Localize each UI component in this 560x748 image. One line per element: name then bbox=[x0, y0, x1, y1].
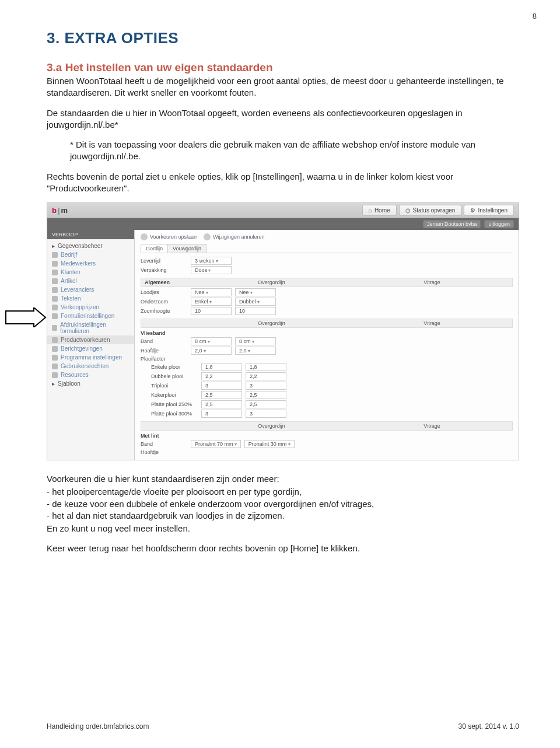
logo-sep: | bbox=[58, 206, 60, 215]
status-icon: ◷ bbox=[405, 207, 411, 214]
label-triplooi: Triplooi bbox=[151, 383, 198, 389]
sidebar-item-artikel[interactable]: Artikel bbox=[47, 277, 134, 285]
select-hoofdje-vit[interactable]: 2,0 bbox=[235, 347, 276, 355]
section-spacer-2 bbox=[141, 422, 191, 430]
paragraph-7: Keer weer terug naar het hoofdscherm doo… bbox=[47, 543, 519, 554]
sidebar-item-productvoorkeuren[interactable]: Productvoorkeuren bbox=[47, 335, 134, 344]
input-pl3-over[interactable]: 3 bbox=[201, 382, 242, 390]
input-pl4-vit[interactable]: 2,5 bbox=[246, 391, 286, 399]
input-pl4-over[interactable]: 2,5 bbox=[201, 391, 242, 399]
nav-home[interactable]: ⌂Home bbox=[362, 205, 397, 216]
label-zoomhoogte: Zoomhoogte bbox=[141, 308, 187, 314]
sidebar-label: Sjabloon bbox=[58, 380, 80, 387]
box-icon bbox=[52, 372, 58, 378]
sidebar-item-resources[interactable]: Resources bbox=[47, 370, 134, 379]
home-icon: ⌂ bbox=[369, 207, 372, 214]
col-overgordijn: Overgordijn bbox=[191, 278, 352, 286]
sidebar-item-leveranciers[interactable]: Leveranciers bbox=[47, 285, 134, 294]
bullet-3: - het al dan niet standaardgebruik van l… bbox=[47, 510, 519, 522]
label-enkele-plooi: Enkele plooi bbox=[151, 364, 198, 370]
nav-settings[interactable]: ⚙Instellingen bbox=[464, 205, 514, 216]
pref-icon bbox=[52, 337, 58, 343]
logout-button[interactable]: uitloggen bbox=[484, 220, 514, 228]
sidebar-item-formulierinstellingen[interactable]: Formulierinstellingen bbox=[47, 312, 134, 320]
text-icon bbox=[52, 296, 58, 302]
input-pl6-vit[interactable]: 3 bbox=[246, 410, 286, 418]
people-icon bbox=[52, 261, 58, 267]
person-icon bbox=[52, 270, 58, 275]
select-band2-over[interactable]: Pronalint 70 mm bbox=[191, 440, 241, 448]
sidebar-item-teksten[interactable]: Teksten bbox=[47, 294, 134, 303]
input-pl3-vit[interactable]: 3 bbox=[246, 382, 286, 390]
section-heading: 3. EXTRA OPTIES bbox=[47, 29, 519, 47]
select-verpakking[interactable]: Doos bbox=[191, 266, 232, 274]
tab-gordijn[interactable]: Gordijn bbox=[141, 244, 168, 253]
subgroup-metlint: Met lint bbox=[141, 433, 513, 439]
col-vitrage-2: Vitrage bbox=[352, 319, 512, 327]
paragraph-1: Binnen WoonTotaal heeft u de mogelijkhei… bbox=[47, 75, 519, 99]
sidebar-label: Teksten bbox=[61, 295, 80, 302]
label-loodjes: Loodjes bbox=[141, 289, 187, 295]
building-icon bbox=[52, 252, 58, 258]
sidebar-item-berichtgevingen[interactable]: Berichtgevingen bbox=[47, 344, 134, 353]
gear-icon: ⚙ bbox=[470, 207, 475, 214]
sidebar-item-medewerkers[interactable]: Medewerkers bbox=[47, 259, 134, 268]
select-loodjes-vit[interactable]: Nee bbox=[235, 288, 276, 296]
sidebar-item-afdrukinstellingen[interactable]: Afdrukinstellingen formulieren bbox=[47, 320, 134, 335]
col-vitrage: Vitrage bbox=[352, 278, 512, 286]
sidebar-label: Afdrukinstellingen formulieren bbox=[60, 321, 130, 334]
nav-status[interactable]: ◷Status opvragen bbox=[399, 205, 462, 216]
price-icon bbox=[52, 305, 58, 310]
select-hoofdje-over[interactable]: 2,0 bbox=[191, 347, 232, 355]
page-number: 8 bbox=[533, 12, 537, 20]
sidebar-item-gebruikersrechten[interactable]: Gebruikersrechten bbox=[47, 362, 134, 370]
select-band-vit[interactable]: 8 cm bbox=[235, 337, 276, 345]
input-pl6-over[interactable]: 3 bbox=[201, 410, 242, 418]
select-onderzoom-vit[interactable]: Dubbel bbox=[235, 298, 276, 306]
nav-home-label: Home bbox=[374, 207, 390, 214]
sidebar-item-bedrijf[interactable]: Bedrijf bbox=[47, 250, 134, 259]
save-label: Voorkeuren opslaan bbox=[150, 234, 197, 240]
sidebar-item-sjabloon[interactable]: ▸ Sjabloon bbox=[47, 379, 134, 388]
sidebar-group-label: Gegevensbeheer bbox=[58, 243, 103, 249]
select-loodjes-over[interactable]: Nee bbox=[191, 288, 232, 296]
sidebar-item-klanten[interactable]: Klanten bbox=[47, 268, 134, 277]
input-pl2-over[interactable]: 2,2 bbox=[201, 372, 242, 380]
input-pl5-vit[interactable]: 2,5 bbox=[246, 400, 286, 408]
sidebar-label: Klanten bbox=[61, 269, 80, 275]
sidebar-label: Leveranciers bbox=[61, 286, 94, 293]
section-algemeen: Algemeen bbox=[141, 278, 191, 286]
print-icon bbox=[52, 325, 57, 331]
sidebar-group[interactable]: ▸ Gegevensbeheer bbox=[47, 242, 134, 250]
col-overgordijn-2: Overgordijn bbox=[191, 319, 352, 327]
select-band2-vit[interactable]: Pronalint 30 mm bbox=[244, 440, 295, 448]
input-pl1-vit[interactable]: 1,8 bbox=[246, 363, 286, 371]
label-platte-250: Platte plooi 250% bbox=[151, 401, 198, 407]
tab-vouwgordijn[interactable]: Vouwgordijn bbox=[167, 244, 206, 253]
label-onderzoom: Onderzoom bbox=[141, 299, 187, 305]
sidebar-label: Verkoopprijzen bbox=[61, 304, 99, 310]
select-band-over[interactable]: 8 cm bbox=[191, 337, 232, 345]
bullet-2: - de keuze voor een dubbele of enkele on… bbox=[47, 498, 519, 510]
paragraph-footnote: * Dit is van toepassing voor dealers die… bbox=[70, 139, 519, 163]
sidebar-label: Resources bbox=[61, 372, 89, 378]
input-pl1-over[interactable]: 1,8 bbox=[201, 363, 242, 371]
cancel-button[interactable]: Wijzigingen annuleren bbox=[204, 233, 265, 240]
label-verpakking: Verpakking bbox=[141, 267, 187, 273]
sidebar-item-verkoopprijzen[interactable]: Verkoopprijzen bbox=[47, 303, 134, 312]
input-pl5-over[interactable]: 2,5 bbox=[201, 400, 242, 408]
user-badge: Jeroen Dootson bvba bbox=[423, 220, 481, 228]
sidebar-item-programma[interactable]: Programma instellingen bbox=[47, 353, 134, 362]
input-pl2-vit[interactable]: 2,2 bbox=[246, 372, 286, 380]
label-levertijd: Levertijd bbox=[141, 258, 187, 264]
save-button[interactable]: Voorkeuren opslaan bbox=[141, 233, 197, 240]
label-band-2: Band bbox=[141, 441, 187, 447]
nav-settings-label: Instellingen bbox=[478, 207, 508, 214]
select-onderzoom-over[interactable]: Enkel bbox=[191, 298, 232, 306]
sidebar-header: VERKOOP bbox=[47, 230, 134, 239]
select-levertijd[interactable]: 3 weken bbox=[191, 257, 232, 265]
input-zoomhoogte-over[interactable]: 10 bbox=[191, 307, 232, 315]
input-zoomhoogte-vit[interactable]: 10 bbox=[235, 307, 276, 315]
truck-icon bbox=[52, 287, 58, 293]
col-vitrage-3: Vitrage bbox=[352, 422, 512, 430]
